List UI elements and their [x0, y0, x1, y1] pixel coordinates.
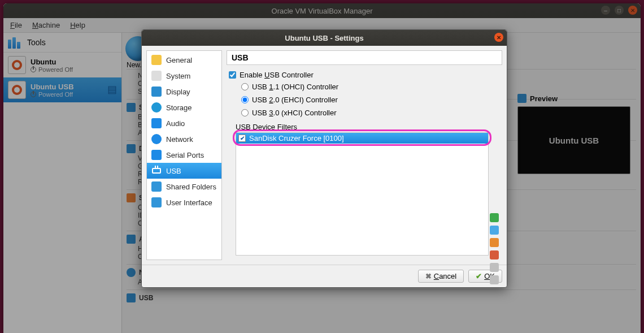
usb-filter-item[interactable]: ✔ SanDisk Cruzer Force [0100]	[236, 133, 488, 144]
remove-filter-icon[interactable]	[490, 250, 499, 260]
close-icon[interactable]: ✕	[628, 6, 637, 15]
disk-icon	[151, 102, 162, 113]
move-down-icon[interactable]	[490, 275, 499, 284]
cat-storage[interactable]: Storage	[147, 100, 221, 115]
usb20-radio[interactable]: USB 2.0 (EHCI) Controller	[241, 96, 501, 104]
monitor-icon	[151, 87, 162, 97]
tools-row[interactable]: Tools	[3, 33, 121, 53]
dialog-close-icon[interactable]: ✕	[494, 33, 503, 42]
enable-usb-label: Enable USB Controller	[240, 71, 314, 79]
network-icon	[127, 268, 136, 277]
ubuntu-icon	[8, 81, 26, 99]
general-icon	[151, 55, 162, 65]
tools-icon	[8, 36, 24, 49]
serial-icon	[151, 150, 162, 160]
system-icon	[127, 103, 136, 112]
vm-name: Ubuntu	[31, 58, 73, 66]
minimize-icon[interactable]: –	[601, 6, 610, 15]
cat-display[interactable]: Display	[147, 84, 221, 100]
storage-icon	[127, 193, 136, 202]
usb30-radio[interactable]: USB 3.0 (xHCI) Controller	[241, 109, 501, 117]
add-empty-filter-icon[interactable]	[490, 213, 499, 222]
titlebar: Oracle VM VirtualBox Manager – □ ✕	[3, 3, 641, 18]
move-up-icon[interactable]	[490, 263, 499, 272]
preview-screen: Ubuntu USB	[517, 106, 630, 174]
folder-icon	[151, 181, 162, 192]
display-icon	[127, 144, 136, 153]
menu-machine[interactable]: Machine	[32, 21, 60, 29]
audio-icon	[127, 235, 136, 244]
filters-label: USB Device Filters	[236, 123, 501, 131]
usb-filters-list[interactable]: ✔ SanDisk Cruzer Force [0100]	[236, 132, 489, 256]
settings-dialog: Ubuntu USB - Settings ✕ General System D…	[141, 29, 507, 288]
menu-help[interactable]: Help	[70, 21, 85, 29]
dialog-titlebar: Ubuntu USB - Settings ✕	[142, 30, 507, 46]
cat-serial[interactable]: Serial Ports	[147, 147, 221, 163]
cat-network[interactable]: Network	[147, 131, 221, 147]
cancel-button[interactable]: ✖Cancel	[418, 270, 464, 283]
filter-checkbox[interactable]: ✔	[238, 135, 246, 142]
cat-ui[interactable]: User Interface	[147, 194, 221, 210]
filter-side-buttons	[490, 213, 499, 284]
left-panel: Tools Ubuntu Powered Off Ubuntu USB Powe…	[3, 33, 122, 333]
preview-icon	[517, 94, 526, 103]
settings-content: USB Enable USB Controller USB 1.1 (OHCI)…	[227, 50, 502, 260]
vm-item-ubuntu-usb[interactable]: Ubuntu USB Powered Off ▤	[3, 77, 121, 102]
dialog-title: Ubuntu USB - Settings	[285, 34, 363, 42]
cat-system[interactable]: System	[147, 68, 221, 84]
usb-plug-icon	[151, 166, 162, 176]
cat-usb[interactable]: USB	[147, 163, 221, 179]
tools-label: Tools	[27, 38, 46, 47]
filter-name: SanDisk Cruzer Force [0100]	[249, 134, 344, 142]
maximize-icon[interactable]: □	[615, 6, 624, 15]
vm-state: Powered Off	[31, 91, 74, 98]
vm-item-ubuntu[interactable]: Ubuntu Powered Off	[3, 53, 121, 77]
globe-icon	[151, 134, 162, 144]
vm-name: Ubuntu USB	[31, 83, 74, 91]
speaker-icon	[151, 118, 162, 128]
usb11-radio[interactable]: USB 1.1 (OHCI) Controller	[241, 83, 501, 91]
cat-audio[interactable]: Audio	[147, 115, 221, 131]
power-icon	[31, 92, 36, 97]
content-header: USB	[227, 50, 502, 65]
cat-general[interactable]: General	[147, 52, 221, 68]
edit-filter-icon[interactable]	[490, 238, 499, 247]
vm-state: Powered Off	[31, 66, 73, 73]
add-from-device-icon[interactable]	[490, 226, 499, 235]
chip-icon	[151, 71, 162, 81]
preview-box: Preview Ubuntu USB	[517, 94, 630, 174]
cat-shared-folders[interactable]: Shared Folders	[147, 179, 221, 194]
category-list: General System Display Storage Audio Net…	[146, 50, 222, 260]
usb-icon	[127, 293, 136, 302]
menu-file[interactable]: File	[10, 21, 22, 29]
power-icon	[31, 67, 36, 72]
ubuntu-icon	[8, 56, 26, 74]
enable-usb-checkbox[interactable]	[229, 71, 236, 79]
ui-icon	[151, 197, 162, 207]
window-title: Oracle VM VirtualBox Manager	[272, 7, 373, 15]
details-toggle-icon[interactable]: ▤	[107, 83, 117, 96]
